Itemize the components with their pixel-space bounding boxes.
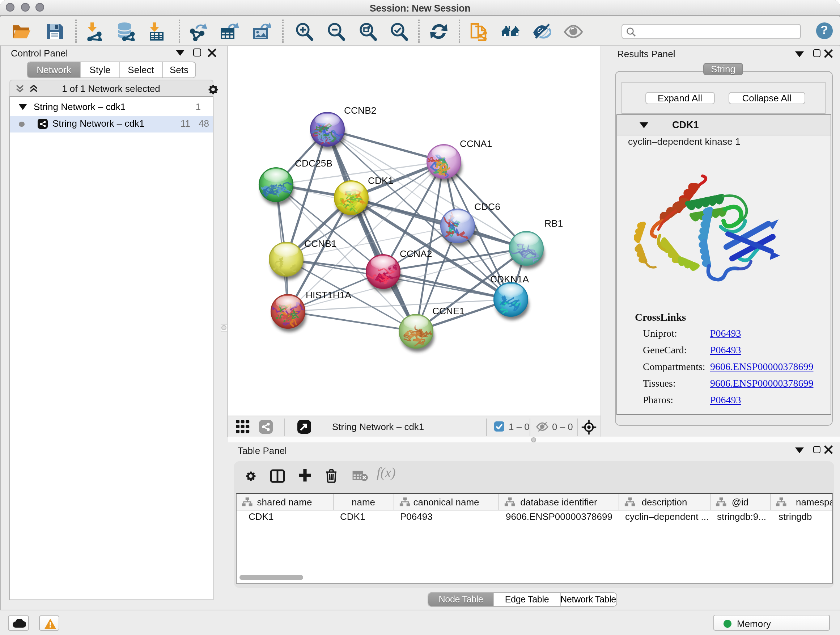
svg-text:CDC25B: CDC25B — [294, 158, 332, 169]
svg-text:CCNB1: CCNB1 — [304, 238, 336, 249]
svg-text:CDC6: CDC6 — [474, 201, 500, 212]
svg-text:CCNB2: CCNB2 — [344, 105, 376, 116]
svg-text:CDKN1A: CDKN1A — [490, 274, 529, 285]
svg-text:HIST1H1A: HIST1H1A — [305, 290, 351, 301]
svg-text:CCNE1: CCNE1 — [432, 306, 464, 317]
svg-text:CCNA2: CCNA2 — [399, 249, 431, 259]
svg-text:CCNA1: CCNA1 — [459, 138, 492, 149]
svg-text:RB1: RB1 — [544, 218, 562, 229]
svg-text:CDK1: CDK1 — [368, 175, 393, 186]
